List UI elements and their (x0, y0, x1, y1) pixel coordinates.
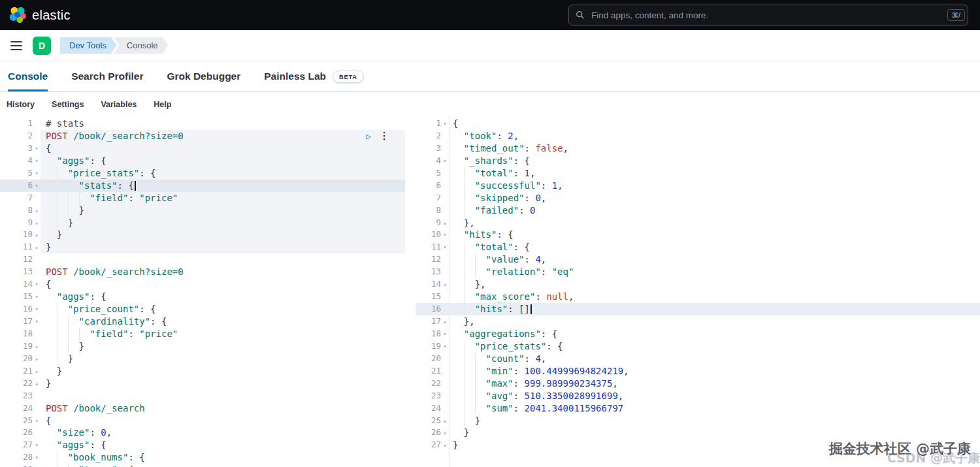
variables-button[interactable]: Variables (101, 100, 137, 109)
fold-open-icon[interactable]: ▾ (33, 278, 41, 291)
fold-close-icon[interactable]: ▴ (33, 204, 41, 217)
fold-close-icon[interactable]: ▴ (441, 315, 449, 328)
fold-open-icon[interactable]: ▾ (33, 415, 41, 427)
fold-open-icon[interactable]: ▾ (33, 142, 41, 155)
code-line[interactable]: "price_count": { (41, 303, 405, 315)
code-line[interactable]: "hits": { (449, 229, 514, 241)
code-line[interactable] (41, 390, 405, 402)
code-line[interactable]: # stats (41, 118, 405, 130)
fold-close-icon[interactable]: ▴ (33, 217, 41, 229)
fold-open-icon[interactable]: ▾ (33, 451, 41, 464)
code-line[interactable]: { (449, 118, 458, 130)
breadcrumb-dev-tools[interactable]: Dev Tools (60, 37, 117, 54)
code-line[interactable]: "relation": "eq" (449, 266, 574, 278)
code-line[interactable]: "successful": 1, (449, 180, 563, 192)
tab-painless-lab[interactable]: Painless Lab BETA (261, 61, 366, 91)
code-line[interactable]: "price_stats": { (449, 340, 563, 353)
settings-button[interactable]: Settings (52, 100, 84, 109)
help-button[interactable]: Help (154, 100, 171, 109)
code-line[interactable]: "price_stats": { (41, 167, 405, 180)
code-line[interactable]: POST /book/_search?size=0 (41, 130, 405, 142)
code-line[interactable]: "hits": [] (449, 303, 532, 315)
fold-close-icon[interactable]: ▴ (33, 241, 41, 253)
space-avatar[interactable]: D (33, 37, 51, 55)
fold-close-icon[interactable]: ▴ (33, 340, 41, 353)
fold-open-icon[interactable]: ▾ (441, 155, 449, 167)
tab-grok-debugger[interactable]: Grok Debugger (164, 61, 243, 91)
request-editor[interactable]: 1# stats2POST /book/_search?size=03▾{4▾ … (0, 116, 416, 467)
history-button[interactable]: History (7, 100, 35, 109)
fold-open-icon[interactable]: ▾ (441, 241, 449, 253)
code-line[interactable]: "min": 100.44999694824219, (449, 365, 629, 378)
response-editor[interactable]: 1▾{2 "took": 2,3 "timed_out": false,4▾ "… (416, 116, 980, 467)
code-line[interactable]: "field": "price" (41, 192, 405, 204)
fold-open-icon[interactable]: ▾ (33, 464, 41, 467)
fold-open-icon[interactable]: ▾ (33, 180, 41, 192)
fold-open-icon[interactable]: ▾ (33, 155, 41, 167)
code-line[interactable]: } (41, 365, 405, 378)
code-line[interactable]: }, (449, 278, 486, 291)
code-line[interactable]: "size": 0, (41, 427, 405, 439)
fold-open-icon[interactable]: ▾ (33, 439, 41, 451)
code-line[interactable]: "took": 2, (449, 130, 519, 142)
code-line[interactable]: "cardinality": { (41, 315, 405, 328)
code-line[interactable]: "aggs": { (41, 291, 405, 303)
code-line[interactable]: "avg": 510.3350028991699, (449, 390, 623, 402)
fold-close-icon[interactable]: ▴ (441, 217, 449, 229)
fold-close-icon[interactable]: ▴ (441, 439, 449, 451)
code-line[interactable]: "book_nums": { (41, 451, 405, 464)
fold-open-icon[interactable]: ▾ (33, 167, 41, 180)
fold-open-icon[interactable]: ▾ (33, 315, 41, 328)
elastic-logo[interactable] (9, 7, 26, 24)
code-line[interactable]: "failed": 0 (449, 204, 535, 217)
code-line[interactable]: } (41, 340, 405, 353)
tab-search-profiler[interactable]: Search Profiler (69, 61, 146, 91)
code-line[interactable]: "aggs": { (41, 439, 405, 451)
code-line[interactable] (41, 253, 405, 266)
fold-open-icon[interactable]: ▾ (33, 291, 41, 303)
code-line[interactable]: { (41, 142, 405, 155)
code-line[interactable]: "timed_out": false, (449, 142, 568, 155)
request-menu-icon[interactable]: ⋮ (380, 131, 389, 141)
fold-close-icon[interactable]: ▴ (33, 229, 41, 241)
fold-close-icon[interactable]: ▴ (441, 415, 449, 427)
code-line[interactable]: } (449, 439, 458, 451)
fold-close-icon[interactable]: ▴ (33, 353, 41, 365)
code-line[interactable]: "terms": { (41, 464, 405, 467)
code-line[interactable]: } (41, 378, 405, 390)
code-line[interactable]: "sum": 2041.3400115966797 (449, 402, 623, 415)
code-line[interactable]: } (449, 415, 480, 427)
code-line[interactable]: "field": "price" (41, 328, 405, 340)
code-line[interactable]: { (41, 415, 405, 427)
global-search[interactable]: ⌘/ (568, 5, 968, 25)
code-line[interactable]: "total": { (449, 241, 530, 253)
fold-close-icon[interactable]: ▴ (441, 278, 449, 291)
code-line[interactable]: "aggregations": { (449, 328, 557, 340)
pane-splitter[interactable] (406, 116, 414, 467)
tab-console[interactable]: Console (5, 61, 50, 91)
code-line[interactable]: } (41, 217, 405, 229)
code-line[interactable]: } (449, 427, 469, 439)
code-line[interactable]: "skipped": 0, (449, 192, 546, 204)
code-line[interactable]: "aggs": { (41, 155, 405, 167)
code-line[interactable]: } (41, 241, 405, 253)
code-line[interactable]: "_shards": { (449, 155, 530, 167)
code-line[interactable]: { (41, 278, 405, 291)
code-line[interactable]: "value": 4, (449, 253, 546, 266)
fold-close-icon[interactable]: ▴ (33, 378, 41, 390)
code-line[interactable]: } (41, 353, 405, 365)
code-line[interactable]: "total": 1, (449, 167, 535, 180)
code-line[interactable]: POST /book/_search?size=0 (41, 266, 405, 278)
code-line[interactable]: "count": 4, (449, 353, 546, 365)
fold-open-icon[interactable]: ▾ (441, 229, 449, 241)
global-search-input[interactable] (590, 10, 947, 21)
code-line[interactable]: }, (449, 217, 475, 229)
fold-open-icon[interactable]: ▾ (441, 328, 449, 340)
code-line[interactable]: "stats": { (41, 180, 405, 192)
code-line[interactable]: "max_score": null, (449, 291, 574, 303)
code-line[interactable]: } (41, 204, 405, 217)
code-line[interactable]: "max": 999.989990234375, (449, 378, 618, 390)
fold-close-icon[interactable]: ▴ (33, 365, 41, 378)
code-line[interactable]: POST /book/_search (41, 402, 405, 415)
fold-open-icon[interactable]: ▾ (33, 303, 41, 315)
